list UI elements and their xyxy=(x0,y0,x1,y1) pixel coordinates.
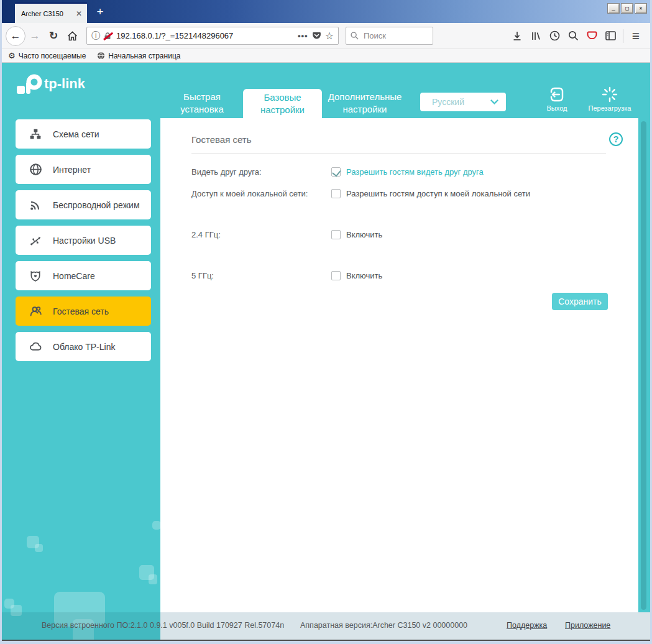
pocket-icon[interactable] xyxy=(312,31,321,40)
cloud-icon xyxy=(29,340,42,354)
toolbar-search-icon[interactable] xyxy=(564,27,582,45)
sidebar-toggle-icon[interactable] xyxy=(601,27,620,45)
checkbox-box[interactable] xyxy=(331,230,341,239)
tp-link-logo[interactable]: tp-link xyxy=(16,71,103,101)
tab-advanced-settings[interactable]: Дополнительные настройки xyxy=(321,91,408,116)
decor-shape xyxy=(139,565,154,580)
site-info-icon[interactable]: ⓘ xyxy=(91,30,100,42)
sidebar-item-usb[interactable]: Настройки USB xyxy=(16,226,151,255)
maximize-button[interactable]: □ xyxy=(621,3,633,14)
reboot-icon xyxy=(602,86,618,103)
setting-row-see-each-other: Видеть друг друга: Разрешить гостям виде… xyxy=(191,167,614,177)
menu-hamburger-icon[interactable]: ≡ xyxy=(627,27,645,45)
window-bottom-border xyxy=(2,641,650,644)
checkbox-box[interactable] xyxy=(331,189,341,198)
insecure-lock-icon[interactable] xyxy=(104,31,112,41)
page-scrollbar[interactable] xyxy=(641,121,646,610)
language-value: Русский xyxy=(432,97,464,107)
minimize-button[interactable]: _ xyxy=(607,3,620,14)
history-clock-icon[interactable] xyxy=(545,27,564,45)
sidebar-item-guest-network[interactable]: Гостевая сеть xyxy=(16,297,151,326)
chevron-down-icon xyxy=(490,99,498,104)
network-map-icon xyxy=(29,127,42,141)
usb-icon xyxy=(29,234,42,247)
svg-text:tp-link: tp-link xyxy=(44,76,86,91)
tab-quick-setup[interactable]: Быстрая установка xyxy=(165,91,239,116)
sidebar-item-internet[interactable]: Интернет xyxy=(16,155,151,184)
bookmark-star-icon[interactable]: ☆ xyxy=(325,30,334,42)
support-link[interactable]: Поддержка xyxy=(507,621,547,630)
tab-title: Archer C3150 xyxy=(21,10,75,17)
save-button[interactable]: Сохранить xyxy=(552,293,608,310)
reload-button[interactable]: ↻ xyxy=(44,27,63,45)
decor-shape xyxy=(4,599,14,609)
bookmark-home-page[interactable]: Начальная страница xyxy=(97,52,180,60)
globe-small-icon xyxy=(97,52,105,60)
new-tab-button[interactable]: + xyxy=(93,4,108,20)
decor-shape xyxy=(27,536,39,548)
sidebar-item-network-map[interactable]: Схема сети xyxy=(16,119,151,149)
router-page: tp-link Быстрая установка Базовые настро… xyxy=(2,63,650,640)
wifi-icon xyxy=(29,198,42,212)
content-panel: Гостевая сеть ? Видеть друг друга: Разре… xyxy=(160,118,638,612)
tab-close-icon[interactable]: ✕ xyxy=(75,9,83,18)
library-icon[interactable] xyxy=(526,27,545,45)
guests-icon xyxy=(29,305,42,318)
browser-window: Archer C3150 ✕ + _ □ ✕ ← → ↻ ⓘ 192.168.0… xyxy=(0,0,652,644)
setting-row-lan-access: Доступ к моей локальной сети: Разрешить … xyxy=(191,189,614,198)
enable-5ghz-checkbox[interactable]: Включить xyxy=(331,271,382,280)
back-button[interactable]: ← xyxy=(6,26,25,46)
navigation-toolbar: ← → ↻ ⓘ 192.168.0.1/?_=1521448296067 •••… xyxy=(2,23,650,49)
lan-access-checkbox[interactable]: Разрешить гостям доступ к моей локальной… xyxy=(331,189,530,198)
logout-icon xyxy=(549,86,565,103)
window-controls: _ □ ✕ xyxy=(607,3,647,14)
see-each-other-checkbox[interactable]: Разрешить гостям видеть друг друга xyxy=(331,167,484,177)
globe-icon xyxy=(29,163,42,177)
shield-icon xyxy=(29,269,42,283)
setting-row-5ghz: 5 ГГц: Включить xyxy=(191,271,614,280)
logout-button[interactable]: Выход xyxy=(539,86,575,112)
url-text[interactable]: 192.168.0.1/?_=1521448296067 xyxy=(116,31,294,40)
search-icon xyxy=(351,32,359,40)
download-icon[interactable] xyxy=(508,27,526,45)
home-button[interactable] xyxy=(63,27,81,45)
page-footer: Версия встроенного ПО:2.1.0 0.9.1 v005f.… xyxy=(2,612,650,640)
toolbar-separator xyxy=(623,29,623,43)
bookmarks-bar: ⚙ Часто посещаемые Начальная страница xyxy=(2,49,650,63)
firmware-version: Версия встроенного ПО:2.1.0 0.9.1 v005f.… xyxy=(42,621,284,630)
language-select[interactable]: Русский xyxy=(420,93,506,111)
title-divider xyxy=(191,154,606,154)
titlebar[interactable]: Archer C3150 ✕ + _ □ ✕ xyxy=(2,0,650,23)
pocket-red-shield-icon[interactable] xyxy=(582,27,601,45)
page-actions-icon[interactable]: ••• xyxy=(298,31,308,40)
close-button[interactable]: ✕ xyxy=(635,3,647,14)
search-input[interactable] xyxy=(362,30,418,41)
enable-24ghz-checkbox[interactable]: Включить xyxy=(331,230,382,239)
forward-button[interactable]: → xyxy=(25,27,44,45)
decor-shape xyxy=(152,521,161,530)
hardware-version: Аппаратная версия:Archer C3150 v2 000000… xyxy=(300,621,467,630)
setting-row-24ghz: 2.4 ГГц: Включить xyxy=(191,230,614,239)
gear-icon: ⚙ xyxy=(8,51,16,60)
app-link[interactable]: Приложение xyxy=(565,621,610,630)
checkbox-box[interactable] xyxy=(331,271,341,280)
browser-tab[interactable]: Archer C3150 ✕ xyxy=(15,2,87,23)
sidebar-item-homecare[interactable]: HomeCare xyxy=(16,261,151,290)
sidebar-item-wireless[interactable]: Беспроводной режим xyxy=(16,190,151,219)
tab-basic-settings[interactable]: Базовые настройки xyxy=(243,89,322,118)
search-box[interactable] xyxy=(346,27,433,45)
help-button[interactable]: ? xyxy=(609,132,623,146)
url-bar[interactable]: ⓘ 192.168.0.1/?_=1521448296067 ••• ☆ xyxy=(86,27,339,45)
sidebar-item-cloud[interactable]: Облако TP-Link xyxy=(16,332,151,361)
reboot-button[interactable]: Перезагрузка xyxy=(581,86,638,112)
checkbox-box[interactable] xyxy=(331,167,341,177)
page-title: Гостевая сеть xyxy=(191,134,251,145)
bookmark-most-visited[interactable]: ⚙ Часто посещаемые xyxy=(8,51,86,60)
